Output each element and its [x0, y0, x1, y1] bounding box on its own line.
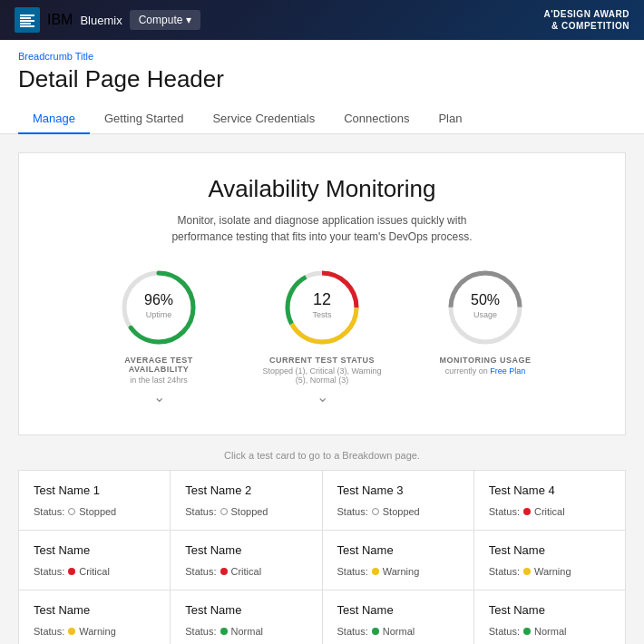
status-label: Status: — [337, 506, 368, 517]
top-nav: IBM Bluemix Compute ▾ A'DESIGN AWARD & C… — [0, 0, 644, 40]
test-card[interactable]: Test Name Status: Normal — [171, 590, 321, 644]
status-dot-stopped — [68, 508, 75, 515]
svg-rect-3 — [20, 23, 31, 24]
tab-service-credentials[interactable]: Service Credentials — [198, 104, 329, 134]
test-card[interactable]: Test Name 3 Status: Stopped — [323, 471, 473, 530]
click-hint: Click a test card to go to a Breakdown p… — [18, 450, 626, 461]
monitoring-hero: Availability Monitoring Monitor, isolate… — [18, 152, 626, 435]
svg-rect-4 — [20, 25, 34, 27]
status-label: Status: — [34, 506, 64, 517]
status-value: Normal — [534, 626, 566, 637]
card-status: Status: Critical — [34, 566, 155, 577]
status-dot-normal — [220, 628, 228, 635]
card-status: Status: Normal — [489, 626, 610, 637]
test-card[interactable]: Test Name Status: Critical — [19, 531, 170, 590]
card-status: Status: Warning — [337, 566, 459, 577]
gauge-tests: 12 Tests CURRENT TEST STATUS Stopped (1)… — [259, 267, 385, 405]
status-dot-critical — [68, 568, 75, 575]
gauge-uptime-title: AVERAGE TEST AVAILABILITY — [95, 356, 222, 374]
monitoring-desc: Monitor, isolate and diagnose applicatio… — [150, 212, 494, 245]
card-name: Test Name — [337, 543, 459, 557]
card-name: Test Name — [185, 603, 307, 617]
status-dot-warning — [68, 628, 75, 635]
status-dot-warning — [372, 568, 379, 575]
card-status: Status: Stopped — [34, 506, 155, 517]
main-content: Availability Monitoring Monitor, isolate… — [0, 134, 644, 644]
card-name: Test Name — [337, 603, 459, 617]
tab-plan[interactable]: Plan — [424, 104, 476, 134]
gauge-circle-usage: 50% Usage — [444, 267, 526, 348]
tabs-bar: Manage Getting Started Service Credentia… — [0, 104, 644, 134]
svg-text:Uptime: Uptime — [146, 310, 172, 319]
gauge-tests-chevron[interactable]: ⌄ — [259, 388, 385, 405]
gauge-usage: 50% Usage MONITORING USAGE currently on … — [422, 267, 549, 405]
tab-connections[interactable]: Connections — [329, 104, 424, 134]
card-name: Test Name 1 — [34, 483, 155, 497]
status-dot-warning — [523, 568, 531, 575]
test-card[interactable]: Test Name Status: Critical — [171, 531, 321, 590]
compute-dropdown[interactable]: Compute ▾ — [130, 10, 201, 30]
gauge-usage-subtitle: currently on Free Plan — [422, 366, 549, 376]
status-dot-normal — [523, 628, 531, 635]
tab-manage[interactable]: Manage — [18, 104, 90, 134]
card-status: Status: Warning — [34, 626, 155, 637]
breadcrumb: Breadcrumb Title — [18, 51, 626, 62]
card-name: Test Name 2 — [185, 483, 307, 497]
status-label: Status: — [489, 626, 520, 637]
status-label: Status: — [337, 626, 368, 637]
status-value: Critical — [231, 566, 262, 577]
nav-left: IBM Bluemix Compute ▾ — [15, 7, 200, 33]
svg-rect-2 — [20, 20, 34, 22]
gauge-circle-uptime: 96% Uptime — [118, 267, 200, 348]
page-title: Detail Page Header — [18, 65, 626, 93]
status-value: Normal — [383, 626, 415, 637]
test-card[interactable]: Test Name Status: Warning — [19, 590, 170, 644]
test-card[interactable]: Test Name Status: Warning — [323, 531, 473, 590]
status-value: Warning — [383, 566, 420, 577]
chevron-icon: ▾ — [186, 14, 191, 26]
gauge-circle-tests: 12 Tests — [281, 267, 363, 348]
card-status: Status: Critical — [185, 566, 307, 577]
status-label: Status: — [34, 626, 64, 637]
status-value: Critical — [534, 506, 565, 517]
card-status: Status: Normal — [185, 626, 307, 637]
test-card[interactable]: Test Name 2 Status: Stopped — [171, 471, 321, 530]
status-label: Status: — [489, 506, 520, 517]
status-dot-normal — [372, 628, 379, 635]
gauge-tests-title: CURRENT TEST STATUS — [259, 356, 385, 365]
svg-text:Usage: Usage — [473, 310, 497, 319]
status-value: Stopped — [231, 506, 268, 517]
gauge-uptime-chevron[interactable]: ⌄ — [95, 388, 222, 405]
card-name: Test Name 3 — [337, 483, 459, 497]
cards-grid: Test Name 1 Status: Stopped Test Name 2 … — [18, 470, 626, 644]
gauge-tests-subtitle: Stopped (1), Critical (3), Warning (5), … — [259, 366, 385, 385]
status-dot-stopped — [220, 508, 228, 515]
gauge-uptime-subtitle: in the last 24hrs — [95, 376, 222, 385]
free-plan-link[interactable]: Free Plan — [490, 366, 525, 376]
monitoring-title: Availability Monitoring — [37, 175, 607, 203]
test-card[interactable]: Test Name 4 Status: Critical — [474, 471, 625, 530]
gauge-usage-title: MONITORING USAGE — [422, 356, 549, 365]
status-dot-critical — [523, 508, 531, 515]
ibm-icon — [15, 7, 40, 33]
svg-text:96%: 96% — [144, 292, 173, 307]
card-status: Status: Normal — [337, 626, 459, 637]
svg-text:12: 12 — [313, 290, 331, 308]
card-name: Test Name — [489, 543, 610, 557]
gauge-uptime: 96% Uptime AVERAGE TEST AVAILABILITY in … — [95, 267, 222, 405]
test-card[interactable]: Test Name Status: Normal — [474, 590, 625, 644]
bluemix-label: Bluemix — [80, 14, 122, 27]
card-status: Status: Warning — [489, 566, 610, 577]
test-card[interactable]: Test Name 1 Status: Stopped — [19, 471, 170, 530]
status-label: Status: — [185, 506, 216, 517]
status-dot-critical — [220, 568, 228, 575]
status-label: Status: — [489, 566, 520, 577]
tab-getting-started[interactable]: Getting Started — [90, 104, 198, 134]
test-card[interactable]: Test Name Status: Warning — [474, 531, 625, 590]
status-value: Warning — [534, 566, 571, 577]
test-card[interactable]: Test Name Status: Normal — [323, 590, 473, 644]
card-name: Test Name — [489, 603, 610, 617]
status-value: Critical — [79, 566, 110, 577]
status-label: Status: — [185, 566, 216, 577]
card-status: Status: Stopped — [337, 506, 459, 517]
